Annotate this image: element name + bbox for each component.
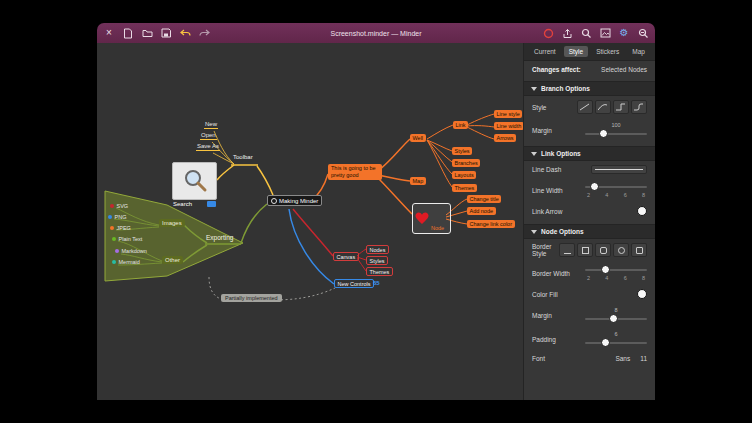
image-icon[interactable] — [599, 27, 611, 39]
node-png[interactable]: PNG — [108, 214, 126, 220]
node-canvas[interactable]: Canvas — [333, 252, 359, 261]
link-arrow-toggle[interactable] — [637, 206, 647, 216]
slider-knob[interactable] — [590, 182, 599, 191]
solid-line-preview — [595, 169, 643, 171]
node-arrows[interactable]: Arrows — [494, 134, 516, 142]
open-folder-icon[interactable] — [141, 27, 153, 39]
line-width-slider[interactable] — [585, 182, 647, 191]
line-dash-button[interactable] — [591, 165, 647, 174]
border-pill-button[interactable] — [613, 243, 629, 257]
export-icon[interactable] — [561, 27, 573, 39]
node-margin-label: Margin — [532, 312, 552, 319]
collapse-arrow-icon — [531, 152, 537, 156]
node-search-label: Search — [173, 201, 192, 207]
node-canvas-nodes[interactable]: Nodes — [366, 245, 389, 254]
node-themes[interactable]: Themes — [452, 184, 477, 192]
font-chooser-button[interactable]: Sans 11 — [615, 355, 647, 362]
node-line-width[interactable]: Line width — [494, 122, 524, 130]
node-search-image[interactable]: Search — [172, 162, 217, 207]
border-style-buttons — [559, 243, 647, 257]
branch-style-rounded-button[interactable] — [631, 100, 647, 114]
node-heart-image[interactable]: Node — [412, 203, 451, 234]
redo-icon[interactable] — [198, 27, 210, 39]
node-new-controls[interactable]: New Controls — [334, 279, 374, 288]
node-other[interactable]: Other — [162, 256, 183, 264]
node-well[interactable]: Well — [410, 134, 426, 142]
titlebar: × Screenshot.minder — Minder — [97, 23, 655, 43]
node-branches[interactable]: Branches — [452, 159, 480, 167]
mindmap-canvas[interactable]: New Open Save As Toolbar Search Making M… — [97, 43, 523, 400]
node-open[interactable]: Open — [200, 132, 217, 140]
node-count-badge: 65 — [373, 280, 380, 286]
branch-style-curved-button[interactable] — [595, 100, 611, 114]
node-change-link-color[interactable]: Change link color — [467, 220, 515, 228]
border-thick-button[interactable] — [631, 243, 647, 257]
tab-map[interactable]: Map — [627, 46, 650, 57]
branch-style-straight-button[interactable] — [577, 100, 593, 114]
node-change-title[interactable]: Change title — [467, 195, 501, 203]
node-new[interactable]: New — [204, 121, 218, 129]
branch-options-header[interactable]: Branch Options — [524, 81, 655, 96]
node-svg[interactable]: SVG — [110, 203, 128, 209]
node-images[interactable]: Images — [159, 219, 185, 227]
slider-knob[interactable] — [601, 265, 610, 274]
titlebar-right-icons: ⚙ — [542, 27, 649, 39]
node-link[interactable]: Link — [453, 121, 468, 129]
node-center[interactable]: Making Minder — [267, 195, 322, 206]
settings-gear-icon[interactable]: ⚙ — [618, 27, 630, 39]
bullet-icon — [110, 226, 114, 230]
node-exporting[interactable]: Exporting — [206, 234, 233, 241]
node-pretty-good[interactable]: This is going to be pretty good — [328, 164, 382, 180]
border-underline-button[interactable] — [559, 243, 575, 257]
tab-current[interactable]: Current — [529, 46, 561, 57]
border-square-button[interactable] — [577, 243, 593, 257]
bullet-icon — [112, 260, 116, 264]
color-fill-toggle[interactable] — [637, 289, 647, 299]
record-icon[interactable] — [542, 27, 554, 39]
save-icon[interactable] — [160, 27, 172, 39]
link-options-header[interactable]: Link Options — [524, 146, 655, 161]
slider-knob[interactable] — [609, 314, 618, 323]
slider-knob[interactable] — [599, 129, 608, 138]
node-canvas-styles[interactable]: Styles — [366, 256, 388, 265]
node-mermaid[interactable]: Mermaid — [112, 259, 140, 265]
node-markdown[interactable]: Markdown — [115, 248, 147, 254]
collapse-arrow-icon — [531, 230, 537, 234]
node-padding-slider[interactable] — [585, 338, 647, 347]
task-circle-icon — [271, 198, 277, 204]
search-icon[interactable] — [580, 27, 592, 39]
node-jpeg[interactable]: JPEG — [110, 225, 131, 231]
node-options-header[interactable]: Node Options — [524, 224, 655, 239]
changes-affect-dropdown[interactable]: Selected Nodes — [601, 66, 647, 73]
link-arrow-row: Link Arrow — [524, 202, 655, 220]
border-rounded-button[interactable] — [595, 243, 611, 257]
branch-margin-slider[interactable] — [585, 129, 647, 138]
node-map[interactable]: Map — [410, 177, 426, 185]
node-line-style[interactable]: Line style — [494, 110, 522, 118]
node-styles[interactable]: Styles — [452, 147, 472, 155]
tab-style[interactable]: Style — [564, 46, 588, 57]
undo-icon[interactable] — [179, 27, 191, 39]
node-add-node[interactable]: Add node — [467, 207, 496, 215]
node-fold-badge[interactable] — [207, 201, 216, 207]
titlebar-left-icons: × — [103, 27, 210, 39]
tab-stickers[interactable]: Stickers — [591, 46, 624, 57]
zoom-icon[interactable] — [637, 27, 649, 39]
border-width-slider[interactable] — [585, 265, 647, 274]
node-canvas-themes[interactable]: Themes — [366, 267, 393, 276]
font-row: Font Sans 11 — [524, 351, 655, 366]
node-plain-text[interactable]: Plain Text — [112, 236, 142, 242]
branch-margin-label: Margin — [532, 127, 552, 134]
minder-window: × Screenshot.minder — Minder — [97, 23, 655, 400]
node-save-as[interactable]: Save As — [196, 143, 220, 151]
node-layouts[interactable]: Layouts — [452, 171, 476, 179]
branch-style-squared-button[interactable] — [613, 100, 629, 114]
node-toolbar[interactable]: Toolbar — [231, 154, 255, 161]
new-document-icon[interactable] — [122, 27, 134, 39]
node-margin-slider[interactable] — [585, 314, 647, 323]
sidebar-tabs: Current Style Stickers Map — [524, 43, 655, 61]
line-width-label: Line Width — [532, 187, 563, 194]
close-button[interactable]: × — [103, 27, 115, 39]
node-partially-implemented[interactable]: Partially implemented — [221, 294, 282, 302]
slider-knob[interactable] — [601, 338, 610, 347]
